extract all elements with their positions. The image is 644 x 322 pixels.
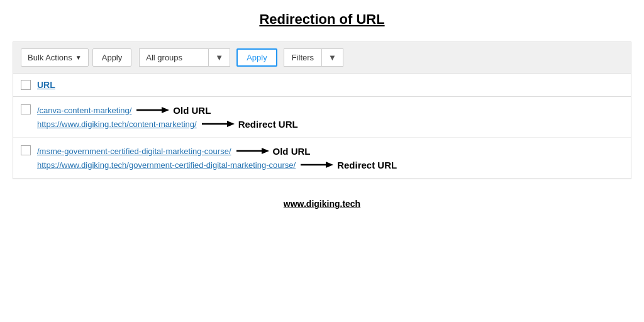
old-url-link[interactable]: /msme-government-certified-digital-marke… (37, 147, 231, 156)
filters-chevron-button[interactable]: ▼ (321, 48, 343, 67)
bulk-actions-button[interactable]: Bulk Actions ▼ (21, 48, 89, 67)
row-content: /canva-content-marketing/ Old URL https:… (37, 104, 623, 130)
bulk-actions-label: Bulk Actions (28, 53, 72, 62)
arrow-icon (236, 145, 269, 157)
apply-blue-button[interactable]: Apply (236, 48, 277, 67)
chevron-down-icon: ▼ (328, 53, 336, 62)
select-all-checkbox[interactable] (21, 80, 31, 90)
old-url-line: /msme-government-certified-digital-marke… (37, 145, 623, 157)
row-checkbox[interactable] (21, 104, 31, 114)
redirect-url-arrow-label: Redirect URL (301, 159, 397, 170)
redirect-url-line: https://www.digiking.tech/content-market… (37, 118, 623, 130)
old-url-label: Old URL (273, 146, 311, 157)
table-row: /msme-government-certified-digital-marke… (13, 138, 631, 179)
redirect-url-line: https://www.digiking.tech/government-cer… (37, 159, 623, 170)
chevron-down-icon: ▼ (215, 53, 223, 62)
footer-link[interactable]: www.digiking.tech (284, 199, 360, 209)
old-url-arrow-label: Old URL (136, 104, 211, 116)
redirect-url-label: Redirect URL (337, 160, 397, 170)
svg-marker-5 (262, 148, 269, 154)
old-url-link[interactable]: /canva-content-marketing/ (37, 106, 131, 115)
old-url-label: Old URL (173, 105, 211, 116)
footer: www.digiking.tech (13, 198, 631, 209)
svg-marker-7 (326, 162, 333, 168)
filters-wrapper: Filters ▼ (284, 48, 343, 67)
groups-select-wrapper: All groups ▼ (139, 48, 230, 67)
arrow-icon (136, 104, 169, 116)
table-header: URL (13, 74, 631, 97)
groups-select-value: All groups (139, 48, 208, 67)
svg-marker-1 (162, 107, 169, 113)
arrow-icon (202, 118, 235, 130)
old-url-line: /canva-content-marketing/ Old URL (37, 104, 623, 116)
url-table: URL /canva-content-marketing/ Old URL (13, 74, 631, 179)
row-content: /msme-government-certified-digital-marke… (37, 145, 623, 170)
chevron-down-icon: ▼ (75, 54, 82, 61)
apply-plain-button[interactable]: Apply (92, 48, 132, 67)
toolbar: Bulk Actions ▼ Apply All groups ▼ Apply … (13, 42, 631, 74)
redirect-url-link[interactable]: https://www.digiking.tech/content-market… (37, 119, 197, 129)
svg-marker-3 (227, 121, 235, 127)
row-checkbox[interactable] (21, 145, 31, 155)
url-column-header: URL (37, 80, 55, 90)
filters-button[interactable]: Filters (284, 48, 321, 67)
page-title: Redirection of URL (13, 11, 631, 28)
redirect-url-label: Redirect URL (238, 119, 298, 130)
redirect-url-arrow-label: Redirect URL (202, 118, 298, 130)
table-row: /canva-content-marketing/ Old URL https:… (13, 97, 631, 138)
old-url-arrow-label: Old URL (236, 145, 311, 157)
groups-dropdown-button[interactable]: ▼ (208, 48, 230, 67)
arrow-icon (301, 159, 333, 170)
redirect-url-link[interactable]: https://www.digiking.tech/government-cer… (37, 160, 296, 170)
